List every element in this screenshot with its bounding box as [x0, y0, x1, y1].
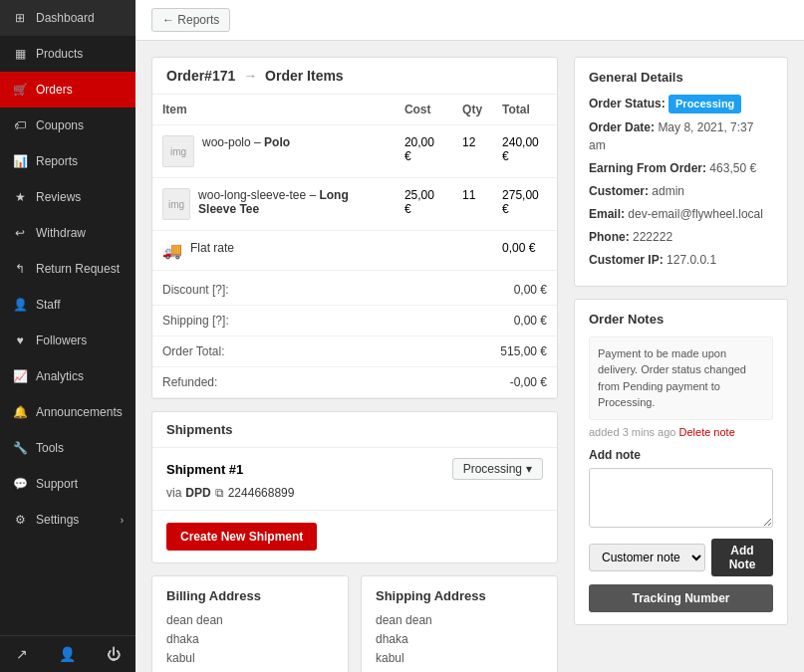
general-details-card: General Details Order Status: Processing…	[574, 57, 788, 287]
content-area: Order#171 → Order Items Item Cost Qty To…	[135, 41, 804, 672]
sidebar-item-withdraw[interactable]: ↩ Withdraw	[0, 215, 135, 251]
shipping-address-content: dean dean dhaka kabul 1007	[376, 611, 543, 672]
item-2-cell: img woo-long-sleeve-tee – Long Sleeve Te…	[162, 188, 385, 220]
item-1-cost: 20,00 €	[395, 125, 452, 178]
tracking-number-value: 2244668899	[228, 486, 295, 500]
discount-label: Discount [?]:	[152, 275, 381, 306]
sidebar-item-settings[interactable]: ⚙ Settings ›	[0, 502, 135, 538]
sidebar-item-reviews[interactable]: ★ Reviews	[0, 179, 135, 215]
phone-row: Phone: 222222	[589, 228, 773, 246]
add-note-button[interactable]: Add Note	[711, 539, 773, 576]
item-3-name: Flat rate	[190, 241, 234, 255]
earning-row: Earning From Order: 463,50 €	[589, 159, 773, 177]
add-note-label: Add note	[589, 448, 773, 462]
item-1-cell: img woo-polo – Polo	[162, 135, 385, 167]
shipment-status-dropdown[interactable]: Processing ▾	[452, 458, 543, 480]
copy-icon[interactable]: ⧉	[215, 486, 224, 500]
shipping-value: 0,00 €	[381, 306, 557, 336]
order-status-label: Order Status:	[589, 97, 666, 111]
discount-value: 0,00 €	[381, 275, 557, 306]
table-row: img woo-polo – Polo 20,00 € 12 240,00 €	[152, 125, 557, 178]
shipping-label: Shipping [?]:	[152, 306, 381, 336]
note-textarea[interactable]	[589, 468, 773, 528]
return-icon: ↰	[12, 261, 28, 277]
order-notes-title: Order Notes	[589, 312, 773, 327]
left-panel: Order#171 → Order Items Item Cost Qty To…	[151, 57, 558, 672]
order-total-row: Order Total: 515,00 €	[152, 336, 557, 367]
item-1-name: woo-polo – Polo	[202, 135, 290, 149]
customer-row: Customer: admin	[589, 182, 773, 200]
sidebar-item-orders[interactable]: 🛒 Orders	[0, 72, 135, 108]
share-icon[interactable]: ↗	[16, 646, 28, 662]
billing-city: dhaka	[166, 632, 199, 646]
sidebar-item-tools[interactable]: 🔧 Tools	[0, 430, 135, 466]
reports-icon: 📊	[12, 153, 28, 169]
note-time: added 3 mins ago	[589, 426, 675, 438]
shipping-country: kabul	[376, 651, 404, 665]
order-total-label: Order Total:	[152, 336, 381, 367]
sidebar-item-dashboard[interactable]: ⊞ Dashboard	[0, 0, 135, 36]
order-date-row: Order Date: May 8, 2021, 7:37 am	[589, 118, 773, 154]
dashboard-icon: ⊞	[12, 10, 28, 26]
order-number: Order#171	[166, 68, 235, 84]
refunded-label: Refunded:	[152, 367, 381, 398]
back-to-reports-button[interactable]: ← Reports	[151, 8, 230, 32]
sidebar-item-coupons[interactable]: 🏷 Coupons	[0, 108, 135, 143]
sidebar-item-staff[interactable]: 👤 Staff	[0, 287, 135, 323]
order-notes-card: Order Notes Payment to be made upon deli…	[574, 299, 788, 625]
breadcrumb-bar: ← Reports	[135, 0, 804, 41]
sidebar-item-followers[interactable]: ♥ Followers	[0, 323, 135, 358]
arrow-icon: →	[243, 68, 261, 84]
sidebar-item-label: Return Request	[36, 262, 124, 276]
phone-value: 222222	[633, 230, 672, 244]
note-type-select[interactable]: Customer note Private note	[589, 544, 705, 571]
right-panel: General Details Order Status: Processing…	[574, 57, 788, 672]
chevron-right-icon: ›	[121, 515, 124, 526]
shipment-1-row: Shipment #1 Processing ▾ via DPD ⧉ 22446…	[152, 448, 557, 511]
note-meta: added 3 mins ago Delete note	[589, 426, 773, 438]
order-totals-table: Discount [?]: 0,00 € Shipping [?]: 0,00 …	[152, 275, 557, 398]
sidebar-item-analytics[interactable]: 📈 Analytics	[0, 358, 135, 394]
sidebar-item-support[interactable]: 💬 Support	[0, 466, 135, 502]
item-2-thumbnail: img	[162, 188, 190, 220]
tracking-number-button[interactable]: Tracking Number	[589, 584, 773, 612]
sidebar-item-reports[interactable]: 📊 Reports	[0, 143, 135, 179]
sidebar-item-return-request[interactable]: ↰ Return Request	[0, 251, 135, 287]
sidebar-item-label: Tools	[36, 441, 124, 455]
general-details-title: General Details	[589, 70, 773, 85]
sidebar-item-announcements[interactable]: 🔔 Announcements	[0, 394, 135, 430]
billing-address-box: Billing Address dean dean dhaka kabul 10…	[151, 575, 349, 672]
power-icon[interactable]: ⏻	[107, 646, 121, 662]
shipping-row: Shipping [?]: 0,00 €	[152, 306, 557, 336]
sidebar-item-label: Settings	[36, 513, 113, 527]
order-subtitle: Order Items	[265, 68, 344, 84]
shipping-icon: 🚚	[162, 241, 182, 260]
sidebar-item-products[interactable]: ▦ Products	[0, 36, 135, 72]
sidebar-item-label: Support	[36, 477, 124, 491]
customer-ip-row: Customer IP: 127.0.0.1	[589, 251, 773, 269]
shipment-1-header: Shipment #1 Processing ▾	[166, 458, 543, 480]
delete-note-link[interactable]: Delete note	[679, 426, 735, 438]
item-1-qty: 12	[452, 125, 492, 178]
email-label: Email:	[589, 207, 625, 221]
customer-ip-value: 127.0.0.1	[667, 253, 716, 267]
item-3-cell: 🚚 Flat rate	[162, 241, 385, 260]
chevron-down-icon: ▾	[526, 462, 532, 476]
shipping-city: dhaka	[376, 632, 408, 646]
sidebar-item-label: Products	[36, 47, 124, 61]
shipping-address-box: Shipping Address dean dean dhaka kabul 1…	[361, 575, 558, 672]
user-icon[interactable]: 👤	[59, 646, 76, 662]
create-shipment-button[interactable]: Create New Shipment	[166, 523, 317, 551]
status-badge: Processing	[669, 95, 741, 113]
col-cost: Cost	[395, 95, 452, 125]
shipping-name: dean dean	[376, 613, 432, 627]
col-qty: Qty	[452, 95, 492, 125]
shipments-card: Shipments Shipment #1 Processing ▾ via D…	[151, 411, 558, 563]
order-items-card: Order#171 → Order Items Item Cost Qty To…	[151, 57, 558, 399]
item-3-qty	[452, 231, 492, 271]
phone-label: Phone:	[589, 230, 630, 244]
billing-address-title: Billing Address	[166, 588, 334, 603]
products-icon: ▦	[12, 46, 28, 62]
main-content: ← Reports Order#171 → Order Items Item C…	[135, 0, 804, 672]
item-2-cost: 25,00 €	[395, 178, 452, 231]
